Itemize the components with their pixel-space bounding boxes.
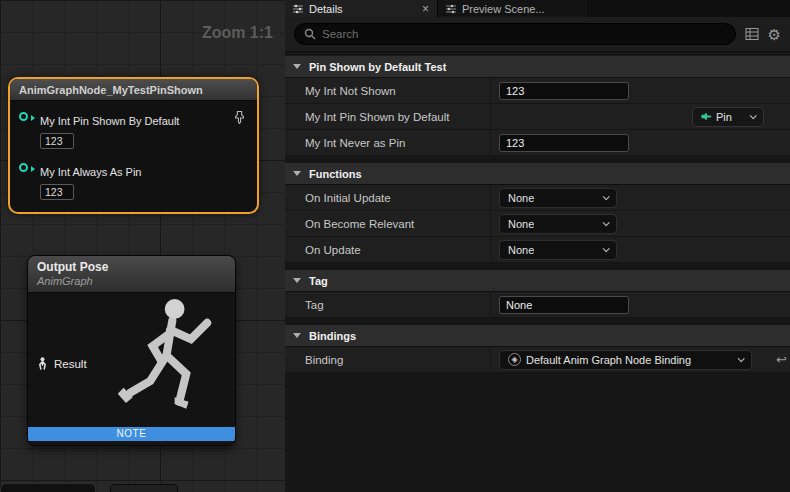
expander-arrow-icon [293,278,301,283]
settings-gear-icon[interactable]: ⚙ [768,27,781,42]
pin-state-dropdown[interactable]: Pin [692,107,764,127]
search-input[interactable] [322,28,726,40]
pin-label: My Int Pin Shown By Default [40,115,179,127]
offscreen-node-stub[interactable] [0,483,96,492]
details-tab-icon [293,4,303,14]
int-pin-icon[interactable] [19,112,28,121]
details-panel: Details × Preview Scene... [285,0,790,492]
pin-value-input[interactable] [40,184,74,200]
output-pose-body: Result [28,293,235,427]
output-pose-node[interactable]: Output Pose AnimGraph [27,255,236,446]
property-row-on-update: On Update None [285,237,790,263]
expander-arrow-icon [293,171,301,176]
offscreen-node-stub[interactable] [110,484,178,492]
section-bindings[interactable]: Bindings [285,325,790,347]
my-int-never-as-pin-input[interactable] [499,134,629,152]
preview-tab-icon [446,4,456,14]
on-become-relevant-dropdown[interactable]: None [499,214,617,234]
chevron-down-icon [603,219,610,226]
panel-tab-bar: Details × Preview Scene... [285,0,790,17]
tab-label: Details [309,3,343,15]
pin-label: My Int Always As Pin [40,166,141,178]
tab-details[interactable]: Details × [285,0,437,17]
property-row-my-int-not-shown: My Int Not Shown [285,78,790,104]
int-pin-icon[interactable] [19,163,28,172]
thumbtack-pin-icon[interactable] [233,111,246,124]
anim-graph-canvas[interactable]: Zoom 1:1 AnimGraphNode_MyTestPinShown My… [0,0,285,492]
search-icon [304,28,316,40]
pin-row-always-as-pin: My Int Always As Pin [10,162,257,180]
tab-preview-scene[interactable]: Preview Scene... [437,0,587,17]
close-icon[interactable]: × [422,3,429,15]
node-subtitle: AnimGraph [37,275,226,287]
zoom-indicator: Zoom 1:1 [202,24,273,42]
node-title: Output Pose [37,260,226,274]
chevron-down-icon [738,355,745,362]
mannequin-image [111,295,229,425]
chevron-down-icon [603,245,610,252]
chevron-down-icon [750,112,757,119]
pin-icon [701,111,712,122]
details-property-list: Pin Shown by Default Test My Int Not Sho… [285,52,790,492]
search-box[interactable] [294,23,736,45]
output-pose-header: Output Pose AnimGraph [28,256,235,293]
reset-to-default-icon[interactable]: ↩ [776,353,787,366]
pin-row-shown-by-default: My Int Pin Shown By Default [10,111,257,129]
property-row-binding: Binding ◈ Default Anim Graph Node Bindin… [285,347,790,373]
on-update-dropdown[interactable]: None [499,240,617,260]
property-row-tag: Tag [285,292,790,318]
details-toolbar: ⚙ [285,17,790,52]
tab-label: Preview Scene... [462,3,545,15]
my-int-not-shown-input[interactable] [499,82,629,100]
result-pin-label: Result [54,358,87,370]
anim-graph-node-mytestpinshown[interactable]: AnimGraphNode_MyTestPinShown My Int Pin … [8,77,259,214]
property-row-on-initial-update: On Initial Update None [285,185,790,211]
expander-arrow-icon [293,333,301,338]
property-row-on-become-relevant: On Become Relevant None [285,211,790,237]
section-functions[interactable]: Functions [285,163,790,185]
binding-icon: ◈ [508,353,521,366]
note-badge: NOTE [28,427,235,441]
section-tag[interactable]: Tag [285,270,790,292]
tag-input[interactable] [499,296,629,314]
display-options-icon[interactable] [745,28,759,40]
chevron-down-icon [603,193,610,200]
pin-value-input[interactable] [40,133,74,149]
unreal-editor-window: Zoom 1:1 AnimGraphNode_MyTestPinShown My… [0,0,790,492]
node-title: AnimGraphNode_MyTestPinShown [10,79,257,101]
node-footer [28,441,235,445]
expander-arrow-icon [293,64,301,69]
binding-dropdown[interactable]: ◈ Default Anim Graph Node Binding [499,350,752,370]
property-row-my-int-never-as-pin: My Int Never as Pin [285,130,790,156]
pose-pin-person-icon [37,357,48,370]
result-pin-row[interactable]: Result [37,357,87,370]
on-initial-update-dropdown[interactable]: None [499,188,617,208]
section-pin-shown-by-default-test[interactable]: Pin Shown by Default Test [285,56,790,78]
property-row-my-int-pin-shown-by-default: My Int Pin Shown by Default Pin [285,104,790,130]
